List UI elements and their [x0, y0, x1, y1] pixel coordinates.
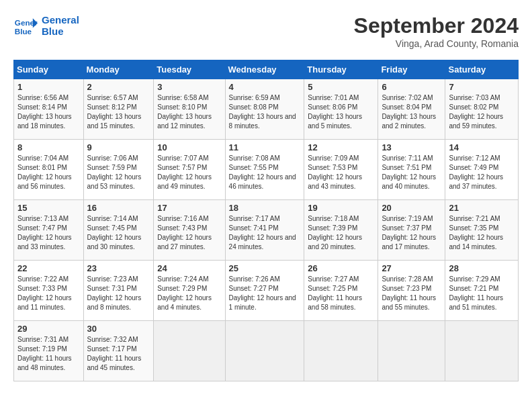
calendar-cell-3-5: 20Sunrise: 7:19 AMSunset: 7:37 PMDayligh…: [378, 200, 445, 261]
day-number: 11: [229, 142, 301, 152]
day-number: 9: [87, 142, 150, 152]
calendar-cell-1-5: 6Sunrise: 7:02 AMSunset: 8:04 PMDaylight…: [378, 79, 445, 140]
calendar-table: SundayMondayTuesdayWednesdayThursdayFrid…: [13, 60, 519, 381]
day-detail: Sunrise: 7:19 AMSunset: 7:37 PMDaylight:…: [382, 214, 441, 252]
logo-icon: General Blue: [13, 13, 38, 38]
day-detail: Sunrise: 7:08 AMSunset: 7:55 PMDaylight:…: [229, 154, 301, 191]
day-number: 15: [17, 203, 80, 213]
day-number: 7: [449, 82, 515, 92]
calendar-cell-5-3: [225, 321, 304, 381]
day-detail: Sunrise: 7:14 AMSunset: 7:45 PMDaylight:…: [87, 214, 150, 252]
day-detail: Sunrise: 6:59 AMSunset: 8:08 PMDaylight:…: [229, 93, 301, 131]
header-wednesday: Wednesday: [225, 60, 304, 79]
day-number: 22: [17, 263, 80, 273]
calendar-week-1: 1Sunrise: 6:56 AMSunset: 8:14 PMDaylight…: [14, 79, 519, 140]
calendar-cell-1-3: 4Sunrise: 6:59 AMSunset: 8:08 PMDaylight…: [225, 79, 304, 140]
calendar-cell-5-4: [304, 321, 378, 381]
calendar-cell-1-4: 5Sunrise: 7:01 AMSunset: 8:06 PMDaylight…: [304, 79, 378, 140]
day-number: 27: [382, 263, 441, 273]
day-number: 8: [17, 142, 80, 152]
day-detail: Sunrise: 7:32 AMSunset: 7:17 PMDaylight:…: [87, 335, 150, 373]
location-subtitle: Vinga, Arad County, Romania: [354, 38, 519, 49]
logo-text: General: [42, 14, 79, 26]
calendar-cell-5-0: 29Sunrise: 7:31 AMSunset: 7:19 PMDayligh…: [14, 321, 84, 381]
calendar-cell-2-4: 12Sunrise: 7:09 AMSunset: 7:53 PMDayligh…: [304, 140, 378, 200]
calendar-header-row: SundayMondayTuesdayWednesdayThursdayFrid…: [14, 60, 519, 79]
calendar-cell-4-4: 26Sunrise: 7:27 AMSunset: 7:25 PMDayligh…: [304, 261, 378, 321]
day-number: 13: [382, 142, 441, 152]
calendar-cell-4-2: 24Sunrise: 7:24 AMSunset: 7:29 PMDayligh…: [154, 261, 225, 321]
calendar-cell-3-4: 19Sunrise: 7:18 AMSunset: 7:39 PMDayligh…: [304, 200, 378, 261]
header-monday: Monday: [83, 60, 154, 79]
day-number: 20: [382, 203, 441, 213]
day-number: 6: [382, 82, 441, 92]
day-number: 25: [229, 263, 301, 273]
calendar-cell-4-3: 25Sunrise: 7:26 AMSunset: 7:27 PMDayligh…: [225, 261, 304, 321]
day-detail: Sunrise: 7:03 AMSunset: 8:02 PMDaylight:…: [449, 93, 515, 131]
header-thursday: Thursday: [304, 60, 378, 79]
calendar-cell-1-2: 3Sunrise: 6:58 AMSunset: 8:10 PMDaylight…: [154, 79, 225, 140]
day-number: 19: [308, 203, 374, 213]
calendar-cell-3-6: 21Sunrise: 7:21 AMSunset: 7:35 PMDayligh…: [445, 200, 519, 261]
day-detail: Sunrise: 7:04 AMSunset: 8:01 PMDaylight:…: [17, 154, 80, 191]
calendar-cell-5-6: [445, 321, 519, 381]
day-detail: Sunrise: 7:01 AMSunset: 8:06 PMDaylight:…: [308, 93, 374, 131]
header: General Blue General Blue September 2024…: [13, 13, 519, 49]
day-number: 14: [449, 142, 515, 152]
day-detail: Sunrise: 7:22 AMSunset: 7:33 PMDaylight:…: [17, 275, 80, 312]
calendar-cell-4-5: 27Sunrise: 7:28 AMSunset: 7:23 PMDayligh…: [378, 261, 445, 321]
day-number: 24: [157, 263, 221, 273]
calendar-cell-2-0: 8Sunrise: 7:04 AMSunset: 8:01 PMDaylight…: [14, 140, 84, 200]
day-detail: Sunrise: 7:06 AMSunset: 7:59 PMDaylight:…: [87, 154, 150, 191]
logo-subtext: Blue: [42, 26, 79, 37]
day-number: 17: [157, 203, 221, 213]
day-number: 1: [17, 82, 80, 92]
day-detail: Sunrise: 7:17 AMSunset: 7:41 PMDaylight:…: [229, 214, 301, 252]
day-number: 4: [229, 82, 301, 92]
day-detail: Sunrise: 7:31 AMSunset: 7:19 PMDaylight:…: [17, 335, 80, 373]
day-number: 23: [87, 263, 150, 273]
day-number: 18: [229, 203, 301, 213]
day-number: 16: [87, 203, 150, 213]
month-title: September 2024: [354, 13, 519, 38]
day-number: 12: [308, 142, 374, 152]
calendar-cell-2-3: 11Sunrise: 7:08 AMSunset: 7:55 PMDayligh…: [225, 140, 304, 200]
calendar-week-4: 22Sunrise: 7:22 AMSunset: 7:33 PMDayligh…: [14, 261, 519, 321]
calendar-cell-3-3: 18Sunrise: 7:17 AMSunset: 7:41 PMDayligh…: [225, 200, 304, 261]
calendar-cell-4-6: 28Sunrise: 7:29 AMSunset: 7:21 PMDayligh…: [445, 261, 519, 321]
day-number: 28: [449, 263, 515, 273]
day-number: 29: [17, 324, 80, 334]
svg-text:Blue: Blue: [15, 27, 32, 36]
calendar-cell-1-1: 2Sunrise: 6:57 AMSunset: 8:12 PMDaylight…: [83, 79, 154, 140]
calendar-cell-1-0: 1Sunrise: 6:56 AMSunset: 8:14 PMDaylight…: [14, 79, 84, 140]
calendar-week-5: 29Sunrise: 7:31 AMSunset: 7:19 PMDayligh…: [14, 321, 519, 381]
calendar-cell-5-2: [154, 321, 225, 381]
calendar-cell-2-6: 14Sunrise: 7:12 AMSunset: 7:49 PMDayligh…: [445, 140, 519, 200]
day-detail: Sunrise: 7:07 AMSunset: 7:57 PMDaylight:…: [157, 154, 221, 191]
calendar-week-3: 15Sunrise: 7:13 AMSunset: 7:47 PMDayligh…: [14, 200, 519, 261]
day-detail: Sunrise: 6:57 AMSunset: 8:12 PMDaylight:…: [87, 93, 150, 131]
day-detail: Sunrise: 7:16 AMSunset: 7:43 PMDaylight:…: [157, 214, 221, 252]
day-detail: Sunrise: 7:11 AMSunset: 7:51 PMDaylight:…: [382, 154, 441, 191]
day-detail: Sunrise: 6:58 AMSunset: 8:10 PMDaylight:…: [157, 93, 221, 131]
day-detail: Sunrise: 6:56 AMSunset: 8:14 PMDaylight:…: [17, 93, 80, 131]
header-sunday: Sunday: [14, 60, 84, 79]
day-detail: Sunrise: 7:18 AMSunset: 7:39 PMDaylight:…: [308, 214, 374, 252]
day-detail: Sunrise: 7:02 AMSunset: 8:04 PMDaylight:…: [382, 93, 441, 131]
header-friday: Friday: [378, 60, 445, 79]
day-number: 26: [308, 263, 374, 273]
header-tuesday: Tuesday: [154, 60, 225, 79]
day-detail: Sunrise: 7:24 AMSunset: 7:29 PMDaylight:…: [157, 275, 221, 312]
day-detail: Sunrise: 7:28 AMSunset: 7:23 PMDaylight:…: [382, 275, 441, 312]
day-number: 10: [157, 142, 221, 152]
header-saturday: Saturday: [445, 60, 519, 79]
day-detail: Sunrise: 7:12 AMSunset: 7:49 PMDaylight:…: [449, 154, 515, 191]
calendar-cell-4-1: 23Sunrise: 7:23 AMSunset: 7:31 PMDayligh…: [83, 261, 154, 321]
calendar-cell-2-5: 13Sunrise: 7:11 AMSunset: 7:51 PMDayligh…: [378, 140, 445, 200]
calendar-cell-2-1: 9Sunrise: 7:06 AMSunset: 7:59 PMDaylight…: [83, 140, 154, 200]
day-detail: Sunrise: 7:13 AMSunset: 7:47 PMDaylight:…: [17, 214, 80, 252]
title-area: September 2024 Vinga, Arad County, Roman…: [354, 13, 519, 49]
day-number: 3: [157, 82, 221, 92]
calendar-week-2: 8Sunrise: 7:04 AMSunset: 8:01 PMDaylight…: [14, 140, 519, 200]
calendar-cell-5-5: [378, 321, 445, 381]
